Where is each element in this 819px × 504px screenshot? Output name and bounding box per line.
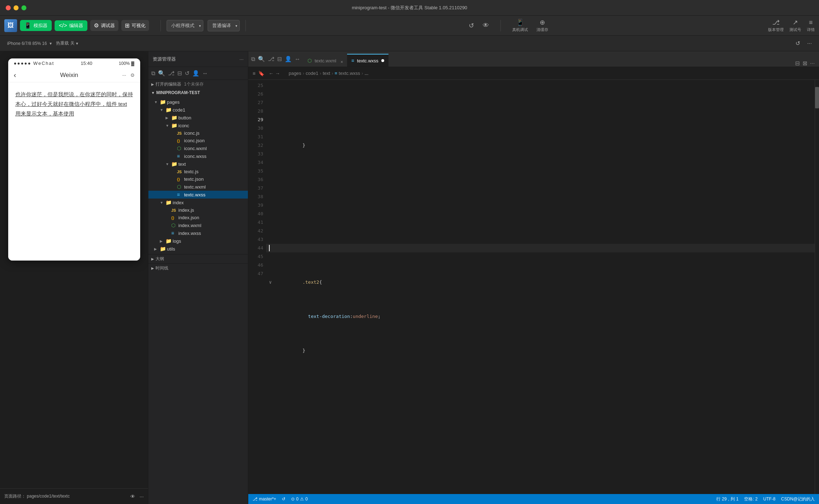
file-iconc-wxml[interactable]: ⬡ iconc.wxml [148, 144, 248, 152]
expand-icon-editor[interactable]: ↔ [295, 56, 300, 62]
code-line-25 [266, 107, 815, 115]
visual-button[interactable]: ⊞ 可视化 [121, 20, 149, 31]
search-icon-editor[interactable]: 🔍 [258, 56, 265, 62]
preview-button[interactable]: 👁 [483, 22, 489, 29]
code-line-35 [266, 432, 815, 441]
timeline-toggle[interactable]: ▶ 时间线 [148, 264, 248, 273]
json-file-icon: {} [177, 139, 183, 143]
refresh-button[interactable]: ↺ [469, 22, 474, 30]
sync-status[interactable]: ↺ [282, 497, 285, 502]
collapse-icon-30[interactable]: ∨ [269, 278, 272, 287]
wxss-tab-icon: ≡ [351, 58, 354, 63]
file-textc-wxss[interactable]: ≡ textc.wxss [148, 191, 248, 199]
phone-more-icon[interactable]: ··· [122, 72, 126, 78]
file-index-js[interactable]: JS index.js [148, 206, 248, 214]
minimap-thumb[interactable] [815, 87, 819, 108]
folder-button[interactable]: ▶ 📁 button [148, 114, 248, 122]
js-file-icon: JS [177, 131, 183, 135]
wxml-file-icon-3: ⬡ [171, 222, 177, 228]
mode-dropdown[interactable]: 小程序模式 ▾ [167, 20, 203, 31]
more-bottom-icon[interactable]: ··· [139, 494, 144, 499]
file-textc-json[interactable]: {} textc.json [148, 175, 248, 183]
back-icon[interactable]: ← [269, 71, 274, 76]
person-icon-editor[interactable]: 👤 [285, 56, 292, 62]
timeline-section: ▶ 时间线 [148, 263, 248, 273]
refresh-explorer-icon[interactable]: ↺ [185, 70, 189, 77]
minimap[interactable] [815, 80, 819, 494]
file-index-wxss[interactable]: ≡ index.wxss [148, 229, 248, 237]
copy-icon-editor[interactable]: ⧉ [251, 56, 255, 62]
forward-icon[interactable]: → [275, 71, 280, 76]
breadcrumb-pages[interactable]: pages [289, 71, 301, 76]
hot-reload-toggle[interactable]: 热重载 关 ▾ [56, 40, 78, 46]
line-num-25: 25 [248, 81, 263, 90]
file-textc-js[interactable]: JS textc.js [148, 168, 248, 175]
copy-icon[interactable]: ⧉ [151, 70, 155, 77]
folder-pages[interactable]: ▼ 📁 pages [148, 98, 248, 106]
git-icon-editor[interactable]: ⎇ [268, 56, 274, 62]
outline-toggle[interactable]: ▶ 大纲 [148, 254, 248, 263]
open-editors-section[interactable]: ▶ 打开的编辑器 1个未保存 [148, 80, 248, 89]
breadcrumb-code1[interactable]: code1 [306, 71, 318, 76]
editor-button[interactable]: </> 编辑器 [55, 20, 87, 31]
explorer-options-icon[interactable]: ··· [239, 56, 244, 62]
test-button[interactable]: ↗ 测试号 [789, 19, 801, 32]
version-manage-button[interactable]: ⎇ 版本管理 [768, 19, 784, 32]
folder-index[interactable]: ▼ 📁 index [148, 199, 248, 206]
search-icon[interactable]: 🔍 [158, 70, 165, 77]
eye-bottom-icon[interactable]: 👁 [130, 494, 135, 499]
compile-dropdown[interactable]: 普通编译 ▾ [208, 20, 240, 31]
expand-icon[interactable]: ↔ [202, 70, 208, 77]
file-iconc-wxss[interactable]: ≡ iconc.wxss [148, 152, 248, 160]
split-icon-editor[interactable]: ⊟ [277, 56, 282, 62]
refresh-secondary-button[interactable]: ↺ [793, 38, 803, 49]
text-cursor [269, 245, 270, 251]
file-textc-wxml[interactable]: ⬡ textc.wxml [148, 183, 248, 191]
folder-utils[interactable]: ▶ 📁 utils [148, 245, 248, 253]
breadcrumb-filename[interactable]: textc.wxss [339, 71, 360, 76]
close-button[interactable] [6, 5, 11, 10]
code-editor[interactable]: 25 26 27 28 29 30 31 32 33 34 35 36 37 3… [248, 80, 819, 494]
hamburger-icon[interactable]: ≡ [253, 71, 255, 76]
titlebar: miniprogram-test - 微信开发者工具 Stable 1.05.2… [0, 0, 819, 16]
editor-action-icons: ⧉ 🔍 ⎇ ⊟ 👤 ↔ [248, 51, 303, 67]
phone-home-icon[interactable]: ⊙ [131, 72, 134, 78]
code-content[interactable]: } ∨ .text2{ text-decoration:underli [266, 80, 815, 494]
tab-textc-wxml[interactable]: ⬡ textc.wxml × [303, 54, 347, 67]
menu-icon: ≡ [809, 19, 813, 26]
debugger-button[interactable]: ⚙ 调试器 [90, 20, 118, 31]
bookmark-icon[interactable]: 🔖 [258, 71, 264, 76]
minimize-button[interactable] [14, 5, 19, 10]
tab-textc-wxss[interactable]: ≡ textc.wxss [347, 54, 388, 67]
clear-cache-button[interactable]: ⊕ 清缓存 [536, 19, 548, 32]
file-iconc-json[interactable]: {} iconc.json [148, 137, 248, 144]
detail-button[interactable]: ≡ 详情 [807, 19, 815, 32]
folder-text[interactable]: ▼ 📁 text [148, 160, 248, 168]
breadcrumb-text[interactable]: text [323, 71, 330, 76]
file-index-json[interactable]: {} index.json [148, 214, 248, 221]
code-line-29 [266, 244, 815, 252]
more-editor-icon[interactable]: ··· [810, 60, 815, 67]
folder-iconc[interactable]: ▼ 📁 iconc [148, 122, 248, 129]
project-section[interactable]: ▼ MINIPROGRAM-TEST [148, 89, 248, 97]
real-debug-button[interactable]: 📱 真机调试 [512, 19, 528, 32]
error-status[interactable]: ⊙ 0 ⚠ 0 [291, 497, 307, 502]
more-options-button[interactable]: ··· [804, 39, 815, 48]
git-explorer-icon[interactable]: ⎇ [168, 70, 174, 77]
phone-model-chevron-icon: ▾ [50, 41, 52, 46]
split-editor-icon[interactable]: ⊟ [795, 60, 800, 67]
split-icon[interactable]: ⊟ [177, 70, 182, 77]
avatar-explorer-icon[interactable]: 👤 [192, 70, 199, 77]
maximize-button[interactable] [21, 5, 26, 10]
layout-icon[interactable]: ⊠ [803, 60, 807, 67]
simulator-button[interactable]: 📱 模拟器 [20, 20, 52, 31]
file-iconc-js[interactable]: JS iconc.js [148, 129, 248, 137]
toolbar-separator-2 [245, 20, 246, 31]
tab-close-wxml[interactable]: × [339, 59, 343, 62]
file-index-wxml[interactable]: ⬡ index.wxml [148, 221, 248, 229]
folder-logs[interactable]: ▶ 📁 logs [148, 237, 248, 245]
phone-back-button[interactable]: ‹ [14, 71, 16, 79]
folder-code1[interactable]: ▼ 📁 code1 [148, 106, 248, 114]
page-path-label: 页面路径： pages/code1/text/textc [4, 493, 70, 499]
git-branch-status[interactable]: ⎇ master*+ [253, 497, 276, 502]
